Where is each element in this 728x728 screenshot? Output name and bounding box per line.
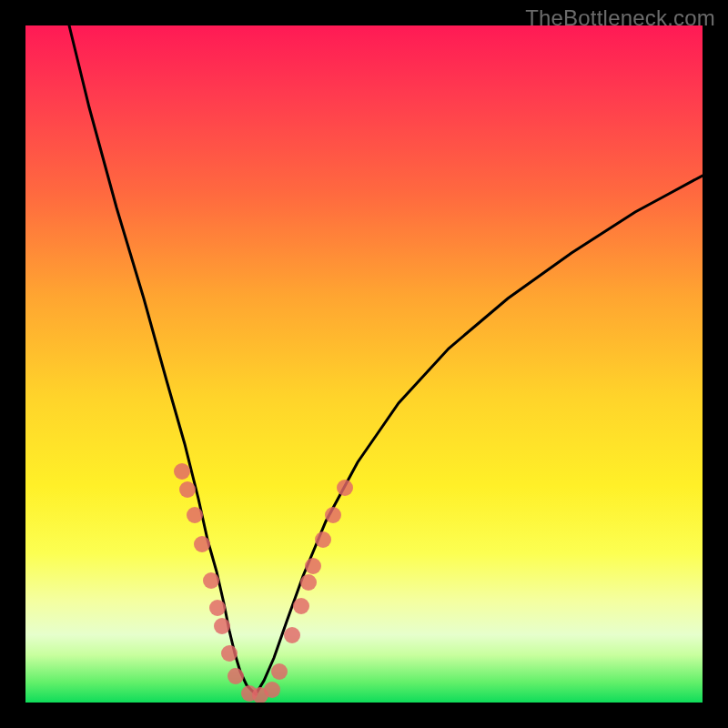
plot-area (25, 25, 703, 703)
marker-point (271, 663, 288, 680)
marker-point (325, 507, 341, 523)
marker-point (214, 618, 230, 634)
marker-point (315, 531, 331, 548)
marker-point (305, 558, 321, 574)
marker-point (209, 600, 226, 616)
marker-point (284, 627, 300, 643)
marker-point (187, 507, 203, 523)
marker-point (293, 598, 309, 614)
chart-frame: TheBottleneck.com (0, 0, 728, 728)
marker-point (337, 480, 353, 496)
marker-point (194, 536, 210, 552)
right-curve (256, 176, 703, 694)
highlight-markers (174, 463, 353, 703)
marker-point (179, 481, 196, 498)
chart-svg (25, 25, 703, 703)
marker-point (174, 463, 190, 480)
marker-point (300, 574, 317, 591)
marker-point (221, 645, 238, 662)
marker-point (228, 668, 244, 684)
marker-point (203, 572, 219, 589)
left-curve (69, 25, 256, 694)
marker-point (264, 682, 280, 698)
